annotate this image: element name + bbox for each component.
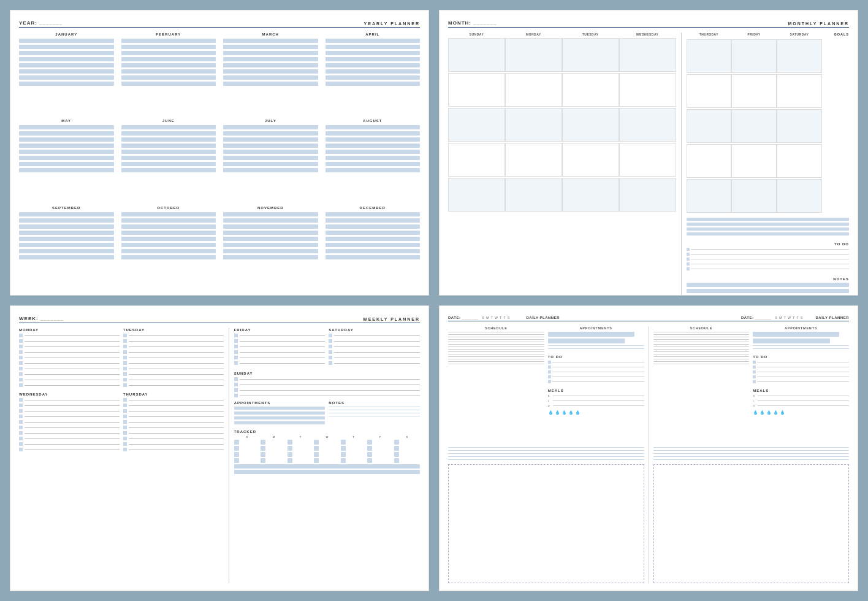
appt-line bbox=[753, 345, 849, 346]
day-line bbox=[25, 416, 120, 417]
month-title: MAY bbox=[19, 119, 114, 123]
day-line bbox=[240, 385, 420, 385]
meals-label-1: MEALS bbox=[548, 389, 644, 392]
day-label: MONDAY bbox=[19, 328, 120, 332]
day-tuesday: TUESDAY bbox=[562, 33, 619, 36]
cal-cell bbox=[562, 73, 619, 107]
bar-row bbox=[19, 131, 114, 136]
cal-cell bbox=[777, 144, 822, 178]
day-line bbox=[129, 358, 224, 358]
day-checkbox bbox=[234, 377, 238, 381]
appt-bar bbox=[548, 339, 625, 343]
schedule-item bbox=[448, 356, 544, 357]
bar-row bbox=[121, 224, 216, 229]
cal-header: SUNDAY MONDAY TUESDAY WEDNESDAY bbox=[448, 33, 676, 36]
bar-row bbox=[223, 39, 318, 43]
tracker-cell bbox=[261, 440, 265, 445]
day-line bbox=[129, 444, 224, 445]
day-checkbox bbox=[19, 350, 23, 354]
schedule-item bbox=[448, 332, 544, 332]
goals-cell bbox=[822, 179, 849, 213]
yearly-month: JUNE bbox=[121, 119, 216, 201]
day-item-row bbox=[19, 415, 120, 418]
cal-cell bbox=[687, 109, 732, 143]
goals-cell bbox=[822, 39, 849, 73]
day-label: FRIDAY bbox=[234, 328, 326, 332]
cal-cell bbox=[448, 178, 505, 212]
line-row bbox=[448, 459, 644, 460]
goals-section bbox=[687, 218, 849, 237]
day-line bbox=[240, 341, 326, 342]
tracker-day-header: T bbox=[287, 435, 313, 438]
yearly-month: MARCH bbox=[223, 33, 318, 114]
meal-item: L bbox=[753, 399, 849, 402]
todo-item bbox=[753, 375, 849, 378]
day-line bbox=[240, 379, 420, 380]
weekly-appts-items bbox=[234, 407, 326, 424]
bar-row bbox=[326, 162, 421, 166]
goals-cell bbox=[822, 109, 849, 143]
bar-row bbox=[121, 212, 216, 216]
weekly-notes-items bbox=[329, 407, 420, 416]
day-checkbox bbox=[123, 372, 127, 376]
weekly-planner-title: WEEKLY PLANNER bbox=[363, 317, 420, 321]
bar-row bbox=[326, 137, 421, 142]
monthly-right: THURSDAY FRIDAY SATURDAY GOALS TO DO bbox=[682, 33, 849, 296]
day-checkbox bbox=[234, 394, 238, 397]
todo-item bbox=[687, 258, 849, 261]
schedule-line bbox=[448, 334, 544, 335]
meal-item: D bbox=[753, 404, 849, 407]
bar-row bbox=[326, 255, 421, 259]
cal-cell bbox=[687, 74, 732, 108]
day-checkbox bbox=[19, 361, 23, 365]
daily-planner-2: SCHEDULE APPOINTMENTS bbox=[653, 326, 850, 583]
todo-item bbox=[548, 361, 644, 364]
tracker-cell bbox=[394, 458, 399, 463]
tracker-cell bbox=[287, 452, 292, 457]
yearly-month: OCTOBER bbox=[121, 206, 216, 288]
day-monday: MONDAY bbox=[505, 33, 562, 36]
todo-line bbox=[757, 372, 849, 372]
day-checkbox bbox=[234, 383, 238, 386]
bar-row bbox=[19, 218, 114, 223]
day-friday: FRIDAY bbox=[731, 33, 777, 37]
weekly-left: MONDAY bbox=[19, 328, 229, 583]
cal-cell bbox=[448, 143, 505, 177]
bar-row bbox=[223, 156, 318, 160]
day-line bbox=[25, 352, 120, 353]
daily1-bottom-section bbox=[448, 447, 644, 462]
todo-item bbox=[687, 262, 849, 266]
schedule-item bbox=[653, 354, 750, 354]
cal-cell bbox=[562, 38, 619, 72]
daily2-schedule-items bbox=[653, 332, 750, 366]
day-checkbox bbox=[19, 448, 23, 451]
bar-row bbox=[121, 137, 216, 142]
daily2-dashed-box bbox=[653, 464, 850, 584]
day-item-row bbox=[123, 334, 224, 337]
day-line bbox=[240, 363, 326, 364]
day-line bbox=[334, 358, 420, 358]
day-checkbox bbox=[123, 378, 127, 381]
schedule-item bbox=[653, 339, 750, 340]
daily2-cols: SCHEDULE APPOINTMENTS bbox=[653, 326, 850, 445]
day-item-row bbox=[123, 437, 224, 440]
bar-row bbox=[121, 63, 216, 67]
day-line bbox=[129, 346, 224, 347]
appointments-section: APPOINTMENTS bbox=[234, 401, 326, 426]
meals-label-2: MEALS bbox=[753, 389, 849, 392]
bar-row bbox=[19, 75, 114, 80]
daily1-meals-items: B L D bbox=[548, 394, 644, 409]
bar-row bbox=[326, 150, 421, 154]
line-row bbox=[653, 459, 850, 460]
bar-row bbox=[19, 156, 114, 160]
cal-week-row bbox=[448, 178, 676, 212]
bar-row bbox=[19, 243, 114, 247]
tracker-row bbox=[234, 458, 420, 463]
todo-section: TO DO bbox=[687, 242, 849, 272]
todo-checkbox bbox=[687, 253, 690, 256]
schedule-item bbox=[448, 342, 544, 342]
bar-row bbox=[223, 137, 318, 142]
tracker-cell bbox=[314, 446, 319, 451]
day-checkbox bbox=[329, 356, 332, 359]
day-line bbox=[129, 450, 224, 450]
